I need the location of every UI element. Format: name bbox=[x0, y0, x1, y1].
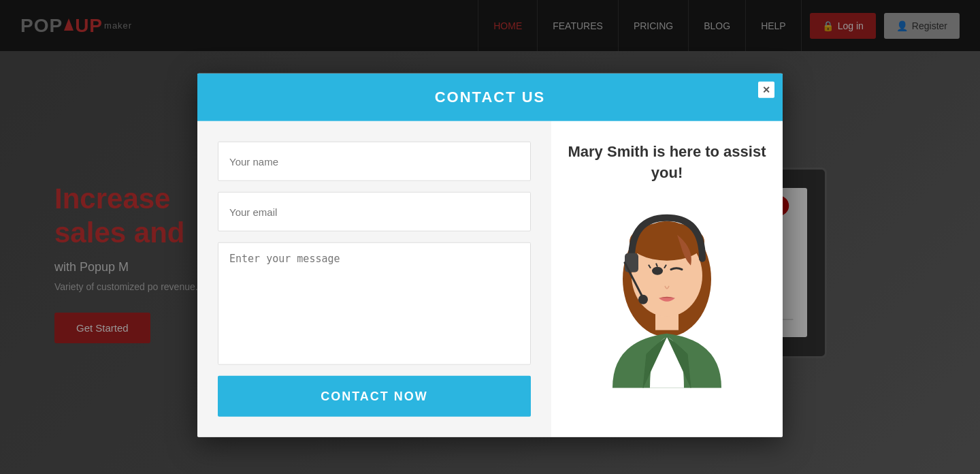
name-input[interactable] bbox=[218, 142, 531, 181]
svg-point-16 bbox=[652, 266, 663, 274]
contact-now-button[interactable]: CONTACT NOW bbox=[218, 376, 531, 417]
modal-close-button[interactable]: ✕ bbox=[758, 82, 774, 98]
modal-header: CONTACT US ✕ bbox=[197, 74, 783, 121]
assistant-section: Mary Smith is here to assist you! bbox=[551, 121, 783, 437]
background-page: POP UP maker HOME FEATURES PRICING BLOG … bbox=[0, 0, 980, 474]
contact-form: CONTACT NOW bbox=[197, 121, 551, 437]
assistant-text: Mary Smith is here to assist you! bbox=[565, 142, 769, 184]
svg-rect-15 bbox=[625, 253, 638, 272]
email-input[interactable] bbox=[218, 192, 531, 232]
message-textarea[interactable] bbox=[218, 242, 531, 365]
assistant-avatar bbox=[592, 197, 742, 388]
svg-point-21 bbox=[638, 294, 648, 304]
modal-body: CONTACT NOW Mary Smith is here to assist… bbox=[197, 121, 783, 437]
contact-modal: CONTACT US ✕ CONTACT NOW Mary Smith is h… bbox=[197, 74, 783, 437]
modal-title: CONTACT US bbox=[435, 89, 546, 106]
